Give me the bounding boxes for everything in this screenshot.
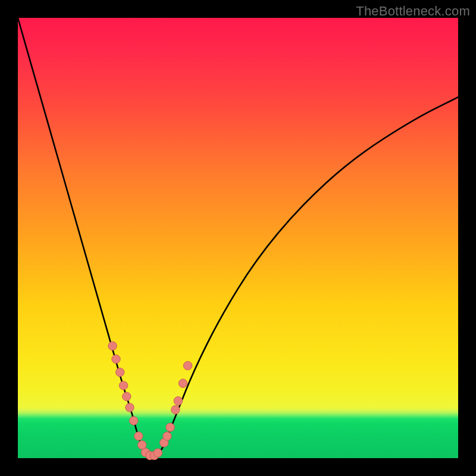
sample-point <box>163 432 171 440</box>
sample-point <box>171 405 180 414</box>
sample-markers <box>108 342 192 460</box>
sample-point <box>134 432 143 440</box>
sample-point <box>116 368 124 377</box>
sample-point <box>166 423 174 431</box>
bottleneck-curve <box>18 18 458 456</box>
chart-frame: TheBottleneck.com <box>0 0 476 476</box>
sample-point <box>119 381 127 390</box>
sample-point <box>183 361 192 369</box>
sample-point <box>126 403 134 412</box>
sample-point <box>123 392 131 400</box>
sample-point <box>108 342 117 350</box>
chart-svg <box>18 18 458 458</box>
sample-point <box>174 397 182 405</box>
watermark-text: TheBottleneck.com <box>356 4 470 19</box>
sample-point <box>129 416 137 425</box>
sample-point <box>112 355 120 363</box>
sample-point <box>178 379 187 387</box>
sample-point <box>154 449 162 457</box>
